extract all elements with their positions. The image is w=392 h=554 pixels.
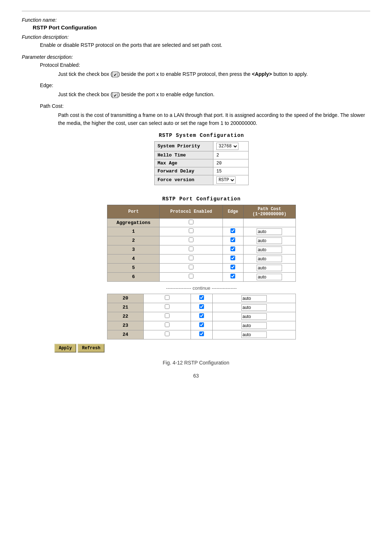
edge-checkbox-4[interactable] [230,256,235,260]
path-cost-20[interactable] [213,294,296,303]
protocol-checkbox-1[interactable] [189,228,193,233]
col-path-cost: Path Cost(1~200000000) [243,205,295,218]
path-cost-input-1[interactable] [257,228,282,235]
path-cost-input-4[interactable] [257,256,282,262]
port-config-wrapper: RSTP Port Configuration Port Protocol En… [33,196,370,353]
path-cost-1[interactable] [243,227,295,236]
page-number: 63 [22,373,370,379]
path-cost-4[interactable] [243,254,295,263]
system-priority-select[interactable]: 32768 4096 8192 16384 65535 [216,143,238,150]
forward-delay-value[interactable] [213,167,249,175]
max-age-label: Max Age [155,159,213,167]
path-cost-input-20[interactable] [241,295,267,302]
protocol-21[interactable] [144,303,191,312]
hello-time-value[interactable] [213,151,249,159]
protocol-checkbox-6[interactable] [189,274,193,278]
apply-button[interactable]: Apply [54,344,76,353]
path-cost-3[interactable] [243,245,295,254]
path-cost-21[interactable] [213,303,296,312]
protocol-6[interactable] [160,272,223,281]
path-cost-input-2[interactable] [257,237,282,244]
edge-24[interactable] [191,330,213,339]
protocol-22[interactable] [144,312,191,321]
system-config-table: System Priority 32768 4096 8192 16384 65… [154,141,249,185]
max-age-input[interactable] [216,161,238,166]
protocol-checkbox-4[interactable] [189,256,193,260]
edge-checkbox-20[interactable] [199,295,204,300]
path-cost-input-24[interactable] [241,331,267,338]
protocol-checkbox-2[interactable] [189,237,193,242]
path-cost-input-22[interactable] [241,313,267,320]
force-version-select[interactable]: RSTP STP [216,176,236,184]
port-23: 23 [107,321,144,330]
protocol-1[interactable] [160,227,223,236]
max-age-value[interactable] [213,159,249,167]
protocol-checkbox-5[interactable] [189,265,193,269]
top-divider [22,11,370,11]
system-priority-value[interactable]: 32768 4096 8192 16384 65535 [213,141,249,151]
edge-checkbox-21[interactable] [199,304,204,309]
edge-checkbox-2[interactable] [230,237,235,242]
continue-text: ---------------- continue --------------… [33,285,370,291]
path-cost-input-21[interactable] [241,304,267,311]
edge-23[interactable] [191,321,213,330]
edge-checkbox-6[interactable] [230,274,235,278]
protocol-checkbox-20[interactable] [165,295,170,300]
table-row: 23 [107,321,296,330]
protocol-checkbox-24[interactable] [165,331,170,336]
path-cost-section: Path Cost: Path cost is the cost of tran… [40,103,370,127]
table-row: 1 [107,227,296,236]
edge-checkbox-5[interactable] [230,265,235,269]
path-cost-5[interactable] [243,263,295,272]
force-version-label: Force version [155,175,213,185]
path-cost-input-6[interactable] [257,274,282,280]
refresh-button[interactable]: Refresh [78,344,105,353]
path-cost-input-3[interactable] [257,247,282,253]
protocol-23[interactable] [144,321,191,330]
path-cost-24[interactable] [213,330,296,339]
edge-4[interactable] [222,254,243,263]
path-cost-title: Path Cost: [40,103,370,109]
hello-time-input[interactable] [216,153,238,158]
protocol-4[interactable] [160,254,223,263]
protocol-3[interactable] [160,245,223,254]
edge-22[interactable] [191,312,213,321]
protocol-5[interactable] [160,263,223,272]
edge-5[interactable] [222,263,243,272]
protocol-checkbox-agg[interactable] [189,220,193,224]
path-cost-6[interactable] [243,272,295,281]
edge-6[interactable] [222,272,243,281]
path-cost-input-5[interactable] [257,265,282,271]
protocol-checkbox-21[interactable] [165,304,170,309]
port-config-table-top: Port Protocol Enabled Edge Path Cost(1~2… [107,205,296,282]
path-cost-2[interactable] [243,236,295,245]
edge-checkbox-24[interactable] [199,331,204,336]
protocol-checkbox-23[interactable] [165,322,170,327]
edge-checkbox-3[interactable] [230,247,235,251]
edge-checkbox-22[interactable] [199,313,204,318]
path-cost-22[interactable] [213,312,296,321]
edge-detail: Just tick the check box (✔) beside the p… [58,90,370,98]
protocol-checkbox-3[interactable] [189,247,193,251]
protocol-2[interactable] [160,236,223,245]
path-cost-input-23[interactable] [241,322,267,329]
edge-21[interactable] [191,303,213,312]
edge-checkbox-23[interactable] [199,322,204,327]
system-config-wrapper: RSTP System Configuration System Priorit… [33,133,370,185]
edge-2[interactable] [222,236,243,245]
force-version-value[interactable]: RSTP STP [213,175,249,185]
protocol-24[interactable] [144,330,191,339]
port-config-table-bottom: 20 21 22 23 [107,294,296,339]
protocol-enabled-detail: Just tick the check box (✔) beside the p… [58,70,370,78]
forward-delay-label: Forward Delay [155,167,213,175]
edge-3[interactable] [222,245,243,254]
protocol-checkbox-22[interactable] [165,313,170,318]
edge-20[interactable] [191,294,213,303]
edge-checkbox-1[interactable] [230,228,235,233]
path-cost-23[interactable] [213,321,296,330]
protocol-20[interactable] [144,294,191,303]
edge-detail-text2: ) beside the port x to enable edge funct… [118,91,214,97]
protocol-agg[interactable] [160,218,223,227]
edge-1[interactable] [222,227,243,236]
forward-delay-input[interactable] [216,169,238,174]
